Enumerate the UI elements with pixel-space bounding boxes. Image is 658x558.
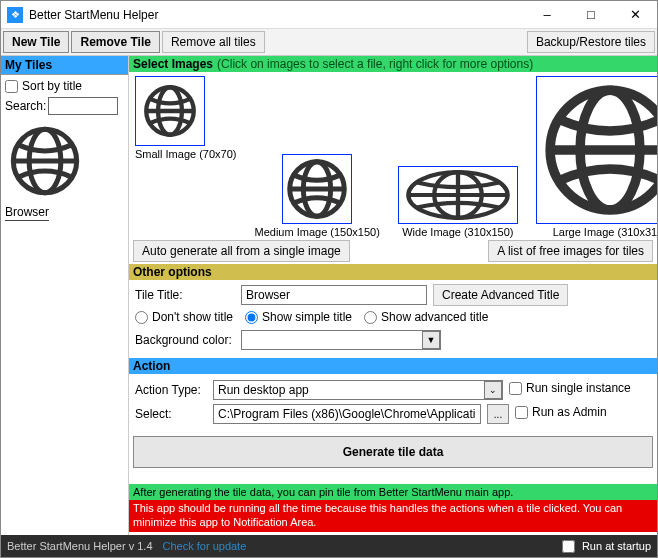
tile-item[interactable]: Browser: [5, 121, 124, 221]
wide-caption: Wide Image (310x150): [402, 226, 513, 238]
select-label: Select:: [135, 407, 207, 421]
titlebar: ❖ Better StartMenu Helper – □ ✕: [1, 1, 657, 29]
medium-caption: Medium Image (150x150): [255, 226, 380, 238]
generate-tile-data-button[interactable]: Generate tile data: [133, 436, 653, 468]
radio-show-simple[interactable]: Show simple title: [245, 310, 352, 324]
run-at-startup-checkbox[interactable]: Run at startup: [558, 537, 651, 556]
run-admin-checkbox[interactable]: Run as Admin: [515, 405, 607, 419]
large-caption: Large Image (310x310): [553, 226, 657, 238]
radio-dont-show[interactable]: Don't show title: [135, 310, 233, 324]
sidebar-header: My Tiles: [1, 56, 128, 75]
wide-image-slot[interactable]: [398, 166, 518, 224]
bgcolor-label: Background color:: [135, 333, 235, 347]
create-advanced-title-button[interactable]: Create Advanced Title: [433, 284, 568, 306]
run-single-checkbox[interactable]: Run single instance: [509, 381, 631, 395]
action-type-combo[interactable]: Run desktop app ⌄: [213, 380, 503, 400]
globe-icon: [143, 84, 197, 138]
action-type-label: Action Type:: [135, 383, 207, 397]
remove-tile-button[interactable]: Remove Tile: [71, 31, 159, 53]
medium-image-slot[interactable]: [282, 154, 352, 224]
dropdown-icon[interactable]: ▼: [422, 331, 440, 349]
note-after-generate: After generating the tile data, you can …: [129, 484, 657, 500]
auto-generate-button[interactable]: Auto generate all from a single image: [133, 240, 350, 262]
browse-button[interactable]: ...: [487, 404, 509, 424]
dropdown-icon[interactable]: ⌄: [484, 381, 502, 399]
remove-all-tiles-button[interactable]: Remove all tiles: [162, 31, 265, 53]
globe-icon: [9, 125, 81, 197]
minimize-button[interactable]: –: [525, 1, 569, 29]
tile-thumbnail: [5, 121, 85, 201]
new-tile-button[interactable]: New Tile: [3, 31, 69, 53]
app-icon: ❖: [7, 7, 23, 23]
maximize-button[interactable]: □: [569, 1, 613, 29]
other-options-header: Other options: [129, 264, 657, 280]
small-image-slot[interactable]: [135, 76, 205, 146]
select-images-header: Select Images (Click on images to select…: [129, 56, 657, 72]
sort-by-title-checkbox[interactable]: Sort by title: [5, 79, 124, 93]
large-image-slot[interactable]: [536, 76, 657, 224]
tile-label: Browser: [5, 205, 49, 221]
toolbar: New Tile Remove Tile Remove all tiles Ba…: [1, 29, 657, 56]
small-caption: Small Image (70x70): [135, 148, 237, 160]
note-keep-running: This app should be running all the time …: [129, 500, 657, 532]
sort-checkbox-input[interactable]: [5, 80, 18, 93]
status-version: Better StartMenu Helper v 1.4: [7, 540, 153, 552]
tile-title-input[interactable]: [241, 285, 427, 305]
globe-icon: [542, 82, 657, 218]
window-title: Better StartMenu Helper: [29, 8, 158, 22]
action-header: Action: [129, 358, 657, 374]
bgcolor-combo[interactable]: ▼: [241, 330, 441, 350]
radio-show-advanced[interactable]: Show advanced title: [364, 310, 488, 324]
sort-label: Sort by title: [22, 79, 82, 93]
search-label: Search:: [5, 99, 46, 113]
select-path-input[interactable]: [213, 404, 481, 424]
statusbar: Better StartMenu Helper v 1.4 Check for …: [1, 535, 657, 557]
free-images-button[interactable]: A list of free images for tiles: [488, 240, 653, 262]
tile-title-label: Tile Title:: [135, 288, 235, 302]
globe-icon: [286, 158, 348, 220]
search-input[interactable]: [48, 97, 118, 115]
globe-icon: [404, 169, 512, 221]
check-update-link[interactable]: Check for update: [163, 540, 247, 552]
close-button[interactable]: ✕: [613, 1, 657, 29]
backup-restore-button[interactable]: Backup/Restore tiles: [527, 31, 655, 53]
